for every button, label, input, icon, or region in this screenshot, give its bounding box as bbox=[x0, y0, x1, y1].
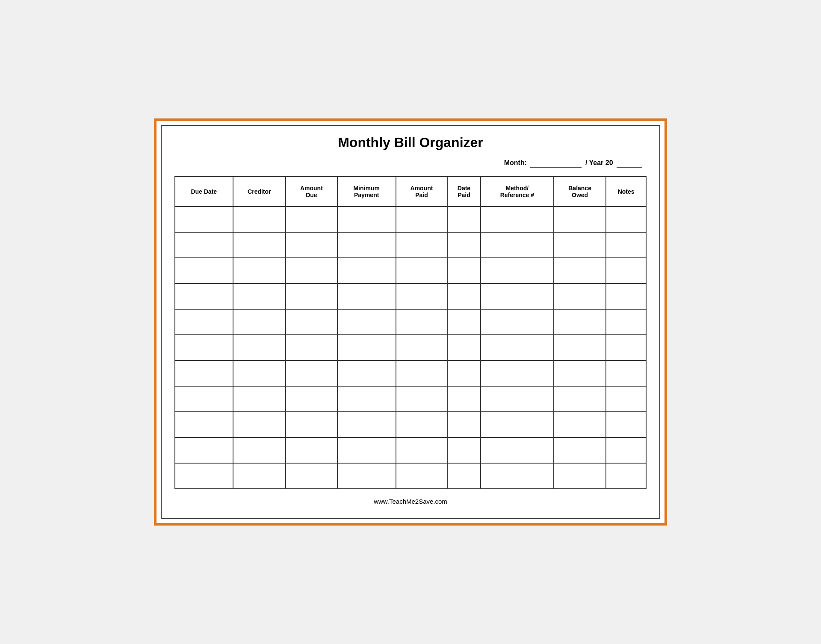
table-cell[interactable] bbox=[606, 309, 646, 335]
table-cell[interactable] bbox=[447, 463, 480, 489]
table-cell[interactable] bbox=[337, 437, 396, 463]
table-cell[interactable] bbox=[606, 437, 646, 463]
table-cell[interactable] bbox=[606, 360, 646, 386]
table-cell[interactable] bbox=[286, 386, 337, 412]
table-cell[interactable] bbox=[337, 335, 396, 360]
table-cell[interactable] bbox=[606, 258, 646, 284]
table-cell[interactable] bbox=[233, 386, 286, 412]
table-cell[interactable] bbox=[175, 463, 233, 489]
table-cell[interactable] bbox=[286, 463, 337, 489]
table-cell[interactable] bbox=[481, 207, 554, 232]
table-cell[interactable] bbox=[481, 437, 554, 463]
table-cell[interactable] bbox=[447, 335, 480, 360]
table-cell[interactable] bbox=[233, 360, 286, 386]
table-cell[interactable] bbox=[396, 207, 448, 232]
table-cell[interactable] bbox=[447, 309, 480, 335]
table-cell[interactable] bbox=[447, 386, 480, 412]
table-cell[interactable] bbox=[447, 360, 480, 386]
table-cell[interactable] bbox=[481, 232, 554, 258]
table-cell[interactable] bbox=[606, 232, 646, 258]
table-cell[interactable] bbox=[175, 437, 233, 463]
table-cell[interactable] bbox=[233, 284, 286, 309]
table-cell[interactable] bbox=[554, 258, 606, 284]
table-cell[interactable] bbox=[481, 258, 554, 284]
table-cell[interactable] bbox=[396, 412, 448, 437]
table-cell[interactable] bbox=[396, 232, 448, 258]
month-field[interactable] bbox=[530, 159, 582, 168]
table-cell[interactable] bbox=[175, 258, 233, 284]
table-cell[interactable] bbox=[554, 335, 606, 360]
table-cell[interactable] bbox=[554, 284, 606, 309]
table-cell[interactable] bbox=[286, 412, 337, 437]
table-cell[interactable] bbox=[481, 284, 554, 309]
table-cell[interactable] bbox=[233, 335, 286, 360]
table-cell[interactable] bbox=[233, 463, 286, 489]
table-cell[interactable] bbox=[286, 232, 337, 258]
table-cell[interactable] bbox=[447, 207, 480, 232]
table-cell[interactable] bbox=[554, 437, 606, 463]
table-cell[interactable] bbox=[554, 386, 606, 412]
table-cell[interactable] bbox=[233, 309, 286, 335]
table-cell[interactable] bbox=[286, 437, 337, 463]
table-cell[interactable] bbox=[554, 360, 606, 386]
table-cell[interactable] bbox=[447, 232, 480, 258]
table-cell[interactable] bbox=[606, 207, 646, 232]
table-cell[interactable] bbox=[337, 386, 396, 412]
table-cell[interactable] bbox=[286, 309, 337, 335]
table-cell[interactable] bbox=[554, 309, 606, 335]
table-cell[interactable] bbox=[175, 335, 233, 360]
table-cell[interactable] bbox=[175, 386, 233, 412]
table-cell[interactable] bbox=[337, 284, 396, 309]
table-cell[interactable] bbox=[286, 207, 337, 232]
table-cell[interactable] bbox=[286, 284, 337, 309]
table-cell[interactable] bbox=[396, 463, 448, 489]
table-cell[interactable] bbox=[396, 258, 448, 284]
table-cell[interactable] bbox=[481, 309, 554, 335]
table-cell[interactable] bbox=[481, 335, 554, 360]
table-cell[interactable] bbox=[337, 207, 396, 232]
table-cell[interactable] bbox=[337, 360, 396, 386]
table-cell[interactable] bbox=[447, 258, 480, 284]
table-cell[interactable] bbox=[481, 412, 554, 437]
table-cell[interactable] bbox=[606, 284, 646, 309]
table-cell[interactable] bbox=[481, 386, 554, 412]
table-cell[interactable] bbox=[175, 412, 233, 437]
table-cell[interactable] bbox=[233, 258, 286, 284]
table-cell[interactable] bbox=[554, 412, 606, 437]
table-cell[interactable] bbox=[337, 463, 396, 489]
table-cell[interactable] bbox=[554, 207, 606, 232]
table-cell[interactable] bbox=[396, 386, 448, 412]
table-cell[interactable] bbox=[286, 258, 337, 284]
table-cell[interactable] bbox=[286, 360, 337, 386]
table-cell[interactable] bbox=[606, 412, 646, 437]
table-cell[interactable] bbox=[286, 335, 337, 360]
table-cell[interactable] bbox=[606, 463, 646, 489]
table-cell[interactable] bbox=[233, 412, 286, 437]
table-cell[interactable] bbox=[337, 258, 396, 284]
table-cell[interactable] bbox=[337, 232, 396, 258]
table-cell[interactable] bbox=[396, 437, 448, 463]
table-cell[interactable] bbox=[175, 232, 233, 258]
year-field[interactable] bbox=[617, 159, 642, 168]
table-cell[interactable] bbox=[233, 437, 286, 463]
table-cell[interactable] bbox=[175, 360, 233, 386]
table-cell[interactable] bbox=[554, 232, 606, 258]
table-cell[interactable] bbox=[396, 360, 448, 386]
table-cell[interactable] bbox=[606, 386, 646, 412]
table-cell[interactable] bbox=[337, 309, 396, 335]
table-cell[interactable] bbox=[481, 360, 554, 386]
table-cell[interactable] bbox=[554, 463, 606, 489]
table-cell[interactable] bbox=[175, 284, 233, 309]
table-cell[interactable] bbox=[233, 232, 286, 258]
table-cell[interactable] bbox=[396, 284, 448, 309]
table-cell[interactable] bbox=[447, 412, 480, 437]
table-cell[interactable] bbox=[481, 463, 554, 489]
table-cell[interactable] bbox=[337, 412, 396, 437]
table-cell[interactable] bbox=[447, 284, 480, 309]
table-cell[interactable] bbox=[175, 207, 233, 232]
table-cell[interactable] bbox=[396, 309, 448, 335]
table-cell[interactable] bbox=[447, 437, 480, 463]
table-cell[interactable] bbox=[175, 309, 233, 335]
table-cell[interactable] bbox=[233, 207, 286, 232]
table-cell[interactable] bbox=[606, 335, 646, 360]
